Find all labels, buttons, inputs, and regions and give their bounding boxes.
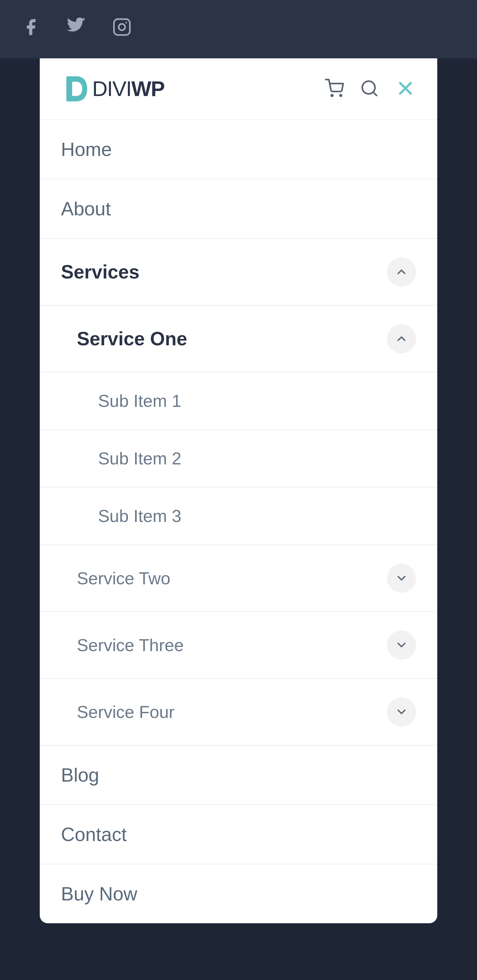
nav-label-sub-item-3: Sub Item 3 (98, 506, 181, 526)
nav-label-sub-item-2: Sub Item 2 (98, 449, 181, 468)
nav-item-contact[interactable]: Contact (40, 805, 437, 864)
nav-label-service-two: Service Two (77, 568, 170, 588)
menu-panel: DIVIWP (40, 58, 437, 923)
nav-item-buy-now[interactable]: Buy Now (40, 864, 437, 923)
svg-line-6 (373, 92, 377, 95)
nav-item-home[interactable]: Home (40, 120, 437, 179)
page-wrapper: DIVIWP (0, 58, 477, 980)
logo-text: DIVIWP (92, 76, 164, 101)
service-four-chevron-button[interactable] (387, 697, 416, 727)
nav-item-service-two[interactable]: Service Two (40, 545, 437, 612)
nav-item-sub-item-1[interactable]: Sub Item 1 (40, 372, 437, 430)
nav-label-service-one: Service One (77, 328, 187, 350)
nav-label-service-four: Service Four (77, 702, 174, 722)
logo-d-icon (61, 74, 90, 103)
twitter-icon[interactable] (67, 18, 86, 41)
services-chevron-button[interactable] (387, 257, 416, 286)
nav-label-contact: Contact (61, 824, 127, 845)
top-social-bar (0, 0, 477, 58)
nav-item-sub-item-3[interactable]: Sub Item 3 (40, 487, 437, 545)
close-icon[interactable] (395, 78, 416, 100)
nav-item-service-four[interactable]: Service Four (40, 679, 437, 746)
svg-point-4 (340, 95, 342, 96)
service-one-chevron-button[interactable] (387, 324, 416, 353)
search-icon[interactable] (360, 79, 379, 99)
svg-rect-0 (114, 19, 130, 35)
nav-label-home: Home (61, 138, 112, 160)
nav-item-services[interactable]: Services (40, 239, 437, 305)
instagram-icon[interactable] (113, 18, 132, 41)
header-icons (325, 78, 416, 100)
service-three-chevron-button[interactable] (387, 630, 416, 660)
nav-label-service-three: Service Three (77, 635, 184, 655)
nav-item-service-three[interactable]: Service Three (40, 612, 437, 679)
nav-label-blog: Blog (61, 764, 99, 786)
service-two-chevron-button[interactable] (387, 563, 416, 593)
nav-label-about: About (61, 198, 111, 220)
nav-item-service-one[interactable]: Service One (40, 305, 437, 372)
nav-item-about[interactable]: About (40, 179, 437, 239)
nav-label-sub-item-1: Sub Item 1 (98, 391, 181, 411)
cart-icon[interactable] (325, 79, 344, 99)
header-row: DIVIWP (40, 58, 437, 120)
svg-point-1 (119, 24, 125, 30)
nav-label-services: Services (61, 261, 139, 283)
nav-label-buy-now: Buy Now (61, 883, 137, 905)
nav-item-sub-item-2[interactable]: Sub Item 2 (40, 430, 437, 487)
svg-point-2 (125, 22, 127, 24)
logo-area: DIVIWP (61, 74, 164, 103)
svg-point-3 (331, 95, 333, 96)
facebook-icon[interactable] (21, 18, 40, 41)
nav-item-blog[interactable]: Blog (40, 746, 437, 805)
